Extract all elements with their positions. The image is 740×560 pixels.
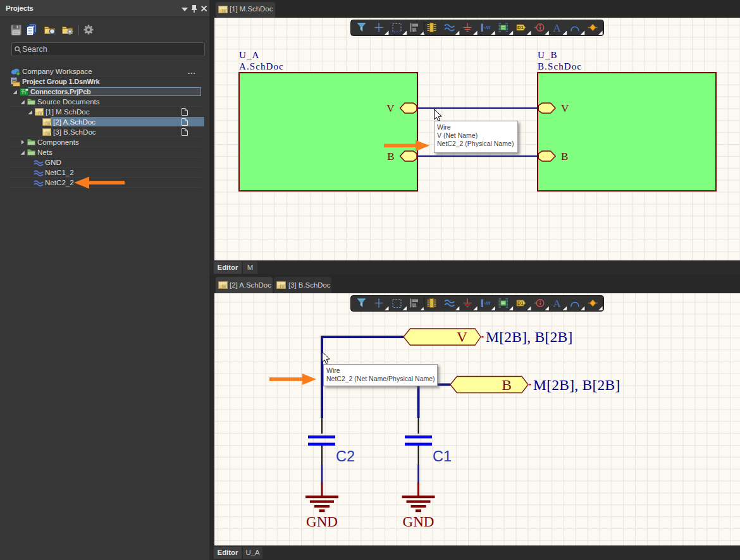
svg-text:M[2B], B[2B]: M[2B], B[2B] — [533, 377, 620, 393]
svg-text:C1: C1 — [433, 448, 452, 465]
svg-text:U_B: U_B — [538, 50, 558, 60]
svg-text:V: V — [386, 102, 395, 114]
svg-text:B: B — [502, 377, 512, 393]
svg-text:B: B — [561, 150, 568, 162]
svg-text:B.SchDoc: B.SchDoc — [538, 61, 582, 71]
svg-text:V: V — [457, 329, 467, 345]
svg-text:C2: C2 — [336, 448, 355, 465]
svg-text:M[2B], B[2B]: M[2B], B[2B] — [486, 329, 572, 345]
svg-text:GND: GND — [403, 514, 435, 530]
svg-text:GND: GND — [306, 514, 338, 530]
svg-text:A.SchDoc: A.SchDoc — [239, 61, 284, 71]
svg-text:B: B — [387, 150, 394, 162]
svg-text:U_A: U_A — [239, 50, 259, 60]
svg-text:V: V — [561, 102, 569, 114]
